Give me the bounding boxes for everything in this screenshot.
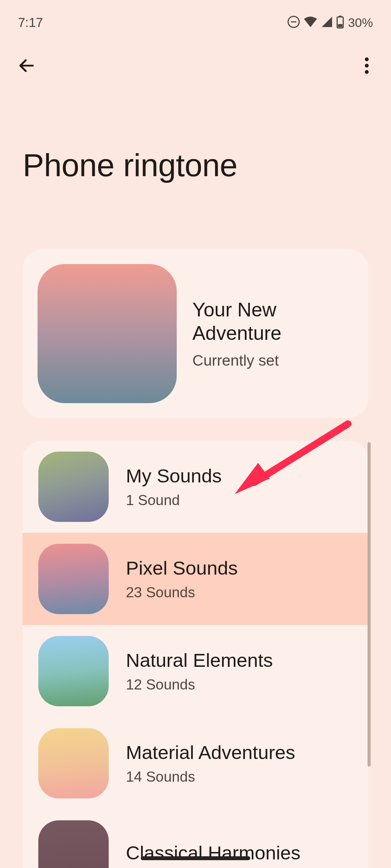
signal-icon (321, 16, 333, 30)
thumbnail-natural-elements (38, 636, 109, 706)
sound-categories-list: My Sounds 1 Sound Pixel Sounds 23 Sounds… (23, 441, 368, 868)
list-subtitle: 23 Sounds (126, 584, 238, 601)
current-text: Your New Adventure Currently set (192, 298, 353, 369)
status-time: 7:17 (18, 15, 43, 30)
nav-handle[interactable] (141, 856, 250, 860)
list-title: Classical Harmonies (126, 842, 301, 864)
svg-point-6 (365, 57, 369, 61)
thumbnail-my-sounds (38, 452, 109, 522)
wifi-icon (303, 15, 317, 30)
thumbnail-classical-harmonies (38, 820, 109, 868)
current-thumbnail (38, 264, 177, 403)
dnd-icon (287, 15, 300, 30)
list-title: Material Adventures (126, 741, 295, 763)
list-subtitle: 1 Sound (126, 492, 222, 509)
svg-rect-4 (338, 24, 342, 27)
status-icons: 30% (287, 15, 373, 30)
current-title: Your New Adventure (192, 298, 353, 345)
status-bar: 7:17 30% (0, 0, 391, 34)
thumbnail-material-adventures (38, 728, 109, 798)
list-subtitle: 14 Sounds (126, 769, 295, 785)
battery-icon (336, 15, 344, 30)
list-item-my-sounds[interactable]: My Sounds 1 Sound (23, 441, 368, 533)
thumbnail-pixel-sounds (38, 544, 109, 614)
svg-rect-3 (339, 16, 341, 17)
svg-point-7 (365, 64, 369, 68)
list-item-material-adventures[interactable]: Material Adventures 14 Sounds (23, 717, 368, 809)
page-title: Phone ringtone (0, 81, 391, 184)
list-item-pixel-sounds[interactable]: Pixel Sounds 23 Sounds (23, 533, 368, 625)
back-button[interactable] (16, 55, 37, 76)
top-bar (0, 34, 391, 81)
current-ringtone-card[interactable]: Your New Adventure Currently set (23, 249, 368, 418)
list-subtitle: 12 Sounds (126, 677, 273, 693)
current-subtitle: Currently set (192, 352, 353, 369)
list-item-natural-elements[interactable]: Natural Elements 12 Sounds (23, 625, 368, 717)
scroll-indicator (368, 442, 371, 766)
svg-point-8 (365, 70, 369, 74)
battery-text: 30% (348, 16, 373, 30)
arrow-left-icon (17, 56, 36, 75)
list-title: Pixel Sounds (126, 557, 238, 579)
more-button[interactable] (357, 55, 377, 76)
list-title: My Sounds (126, 465, 222, 487)
list-title: Natural Elements (126, 649, 273, 671)
more-vert-icon (365, 57, 369, 74)
